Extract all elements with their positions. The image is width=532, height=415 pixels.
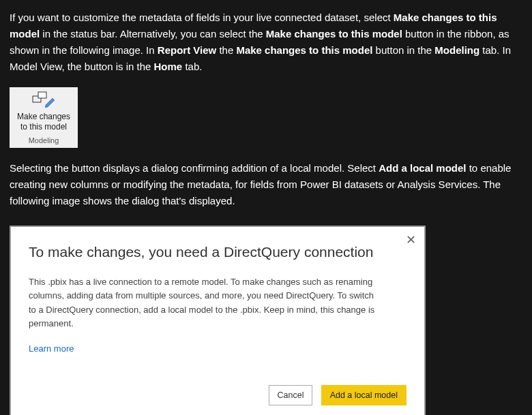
dialog-body-text: This .pbix has a live connection to a re… [29, 275, 383, 331]
cancel-button[interactable]: Cancel [269, 385, 313, 405]
bold-make-changes-3: Make changes to this model [236, 44, 372, 56]
model-pencil-icon [32, 91, 55, 110]
intro-paragraph-2: Selecting the button displays a dialog c… [10, 160, 522, 209]
make-changes-ribbon-button: Make changes to this model Modeling [10, 87, 78, 148]
directquery-dialog: ✕ To make changes, you need a DirectQuer… [11, 227, 424, 415]
text: If you want to customize the metadata of… [10, 12, 394, 23]
text: in the status bar. Alternatively, you ca… [40, 28, 266, 40]
bold-add-local-model: Add a local model [379, 162, 466, 174]
text: button in the [372, 44, 434, 56]
learn-more-link[interactable]: Learn more [29, 343, 74, 354]
close-icon[interactable]: ✕ [406, 234, 416, 246]
svg-rect-1 [38, 92, 46, 98]
ribbon-button-label-line-1: Make changes [17, 112, 70, 122]
text: Selecting the button displays a dialog c… [10, 162, 379, 174]
ribbon-button-label-line-2: to this model [20, 122, 67, 132]
add-local-model-button[interactable]: Add a local model [321, 385, 407, 405]
bold-report-view: Report View [158, 44, 216, 56]
text: the [216, 44, 236, 56]
text: tab. [182, 61, 202, 72]
dialog-screenshot: ✕ To make changes, you need a DirectQuer… [10, 226, 426, 415]
bold-modeling: Modeling [434, 44, 479, 56]
bold-home: Home [154, 61, 183, 72]
ribbon-tab-label: Modeling [29, 136, 59, 146]
intro-paragraph-1: If you want to customize the metadata of… [10, 10, 522, 75]
bold-make-changes-2: Make changes to this model [266, 28, 402, 40]
dialog-title: To make changes, you need a DirectQuery … [29, 241, 407, 264]
dialog-footer: Cancel Add a local model [29, 385, 407, 405]
